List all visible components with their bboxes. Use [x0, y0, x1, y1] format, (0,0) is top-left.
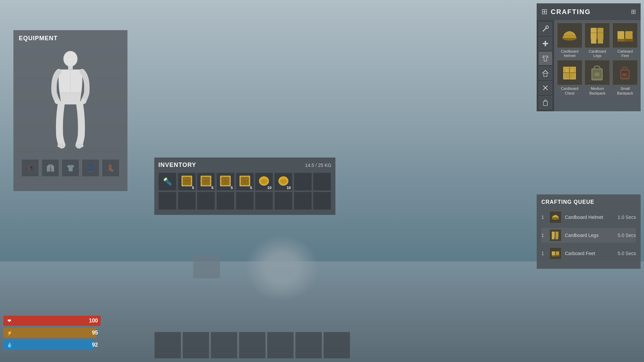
inv-slot-10[interactable]: [178, 192, 196, 210]
layers-icon: ⊞: [541, 7, 547, 16]
chest-slot[interactable]: 👔: [42, 159, 59, 177]
cardboard-feet-label: CarboardFeet: [618, 49, 633, 58]
equipment-slots: 🎩 👔 👕 👖 👢: [13, 156, 127, 180]
small-backpack-img: [612, 60, 638, 85]
cardboard-helmet-label: CardboardHelmet: [561, 49, 578, 58]
category-clothing[interactable]: [539, 52, 552, 65]
category-medical[interactable]: [539, 37, 552, 50]
inv-slot-3[interactable]: 5: [216, 173, 234, 191]
inv-slot-13[interactable]: [236, 192, 254, 210]
inventory-header: INVENTORY 14.5 / 25 KG: [158, 162, 331, 169]
stamina-bar: ⚡ 95: [3, 328, 101, 338]
hotbar-slot-7[interactable]: [323, 332, 350, 359]
crafting-panel: ⊞ CRAFTING ⊞: [537, 3, 641, 111]
svg-rect-66: [623, 73, 627, 76]
craft-item-medium-backpack[interactable]: MediumBackpack: [585, 60, 610, 95]
mannequin-area: [13, 45, 127, 156]
crafting-body: CardboardHelmet CardboardLegs CarboardFe…: [537, 20, 641, 111]
cardboard-chest-label: CardboardChest: [561, 86, 578, 95]
water-fill: [15, 340, 94, 350]
cardboard-feet-img: [612, 23, 638, 48]
health-fill-container: 100: [15, 316, 101, 326]
svg-rect-38: [543, 43, 548, 44]
stamina-fill: [15, 328, 96, 338]
category-shelter[interactable]: [539, 66, 552, 80]
crafting-grid-icon[interactable]: ⊞: [631, 8, 636, 15]
inv-slot-16[interactable]: [294, 192, 312, 210]
hotbar-slot-5[interactable]: [267, 332, 294, 359]
equipment-panel: EQUIPMENT: [13, 30, 127, 191]
category-tools[interactable]: [539, 22, 552, 36]
cardboard-helmet-img: [557, 23, 582, 48]
inv-slot-15[interactable]: [274, 192, 292, 210]
crafting-sidebar: [537, 20, 554, 111]
inv-slot-5[interactable]: 10: [255, 173, 273, 191]
medium-backpack-img: [585, 60, 610, 85]
svg-rect-63: [595, 73, 599, 76]
inv-slot-4-count: 5: [250, 186, 252, 190]
hotbar-slot-1[interactable]: [154, 332, 181, 359]
svg-rect-69: [555, 232, 558, 238]
category-backpack[interactable]: [539, 96, 552, 109]
queue-item-1[interactable]: 1 Cardboard Legs 5.0 Secs: [541, 228, 636, 243]
queue-time-2: 5.0 Secs: [618, 251, 636, 256]
inv-slot-11[interactable]: [197, 192, 215, 210]
water-value: 92: [92, 342, 98, 348]
inv-slot-14[interactable]: [255, 192, 273, 210]
svg-rect-45: [591, 28, 597, 40]
hotbar-slot-3[interactable]: [211, 332, 237, 359]
inv-slot-5-count: 10: [267, 186, 271, 190]
svg-point-67: [552, 217, 559, 220]
health-value: 100: [89, 318, 98, 324]
fabric-icon-1: [181, 175, 193, 188]
queue-name-0: Cardboard Helmet: [565, 215, 614, 220]
inv-slot-8[interactable]: [313, 173, 331, 191]
category-misc[interactable]: [539, 81, 552, 95]
inv-slot-9[interactable]: [158, 192, 176, 210]
inv-slot-3-count: 5: [231, 186, 233, 190]
cardboard-chest-img: [557, 60, 582, 85]
queue-name-1: Cardboard Legs: [565, 233, 614, 238]
inv-slot-7[interactable]: [294, 173, 312, 191]
background-figure: [245, 235, 319, 302]
inv-slot-2-count: 5: [211, 186, 213, 190]
inv-slot-1[interactable]: 5: [178, 173, 196, 191]
inv-slot-12[interactable]: [216, 192, 234, 210]
inv-slot-17[interactable]: [313, 192, 331, 210]
queue-count-1: 1: [541, 233, 546, 238]
craft-item-cardboard-feet[interactable]: CarboardFeet: [612, 23, 638, 58]
shirt-slot[interactable]: 👕: [62, 159, 79, 177]
helmet-slot[interactable]: 🎩: [21, 159, 39, 177]
inv-slot-6[interactable]: 10: [274, 173, 292, 191]
svg-rect-59: [565, 69, 569, 72]
queue-time-0: 1.0 Secs: [618, 215, 636, 220]
health-fill: [15, 316, 101, 326]
water-fill-container: 92: [15, 340, 101, 350]
hotbar-slot-4[interactable]: [239, 332, 266, 359]
fabric-icon-2: [200, 175, 212, 188]
craft-item-cardboard-legs[interactable]: CardboardLegs: [585, 23, 610, 58]
boots-slot[interactable]: 👢: [102, 159, 119, 177]
svg-rect-46: [597, 28, 603, 40]
craft-item-cardboard-chest[interactable]: CardboardChest: [557, 60, 583, 95]
inv-slot-2[interactable]: 5: [197, 173, 215, 191]
svg-rect-1: [68, 66, 73, 70]
svg-rect-75: [556, 255, 560, 256]
legs-slot[interactable]: 👖: [82, 159, 99, 177]
inv-slot-4[interactable]: 5: [236, 173, 254, 191]
queue-item-2[interactable]: 1 Carboard Feet 5.0 Secs: [541, 246, 636, 261]
hotbar-slot-6[interactable]: [295, 332, 322, 359]
water-bar: 💧 92: [3, 340, 101, 350]
queue-icon-2: [549, 247, 561, 259]
inv-slot-0[interactable]: 🔦: [158, 173, 176, 191]
medium-backpack-label: MediumBackpack: [589, 86, 605, 95]
craft-item-small-backpack[interactable]: SmallBackpack: [612, 60, 638, 95]
stamina-icon: ⚡: [3, 328, 15, 338]
svg-rect-54: [625, 39, 633, 42]
queue-item-0[interactable]: 1 Cardboard Helmet 1.0 Secs: [541, 210, 636, 225]
health-icon: ❤: [3, 316, 15, 326]
hotbar-slot-2[interactable]: [182, 332, 209, 359]
water-icon: 💧: [3, 340, 15, 350]
equipment-title: EQUIPMENT: [13, 30, 127, 45]
craft-item-cardboard-helmet[interactable]: CardboardHelmet: [557, 23, 583, 58]
